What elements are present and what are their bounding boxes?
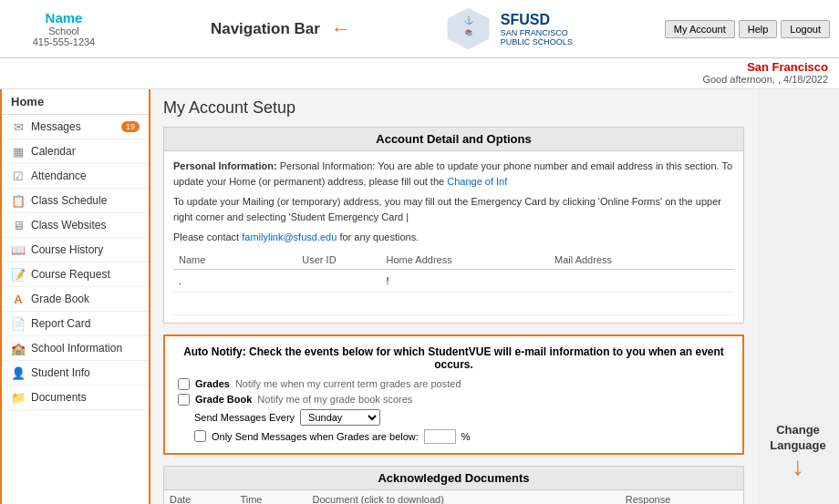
sidebar-item-grade-book[interactable]: A Grade Book <box>2 287 149 312</box>
only-send-row: Only Send Messages when Grades are below… <box>194 429 730 444</box>
class-websites-icon: 🖥 <box>11 218 26 232</box>
only-send-label: Only Send Messages when Grades are below… <box>212 431 419 442</box>
col-home-address: Home Address <box>381 251 550 270</box>
sidebar-item-report-card[interactable]: 📄 Report Card <box>2 312 149 336</box>
user-info: Name School 415-555-1234 <box>9 10 119 47</box>
account-detail-content: Personal Information: Personal Informati… <box>164 151 743 323</box>
account-detail-header: Account Detail and Options <box>164 128 743 151</box>
account-table: Name User ID Home Address Mail Address .… <box>173 251 734 315</box>
change-language-label: ChangeLanguage <box>770 423 825 454</box>
sidebar-item-attendance[interactable]: ☑ Attendance <box>2 164 149 189</box>
greeting-text: Good afternoon, , 4/18/2022 <box>702 74 828 85</box>
nav-bar-arrow: ← <box>331 17 351 41</box>
grades-row: Grades Notify me when my current term gr… <box>178 378 730 390</box>
my-account-button[interactable]: My Account <box>665 20 735 38</box>
info-line1: Personal Information: Personal Informati… <box>173 159 734 189</box>
grade-book-icon: A <box>11 292 26 306</box>
sidebar-item-course-history[interactable]: 📖 Course History <box>2 238 149 262</box>
sidebar-label-class-schedule: Class Schedule <box>31 194 107 207</box>
course-history-icon: 📖 <box>11 242 26 257</box>
grades-label: Grades <box>195 378 230 389</box>
sfusd-subtitle: SAN FRANCISCOPUBLIC SCHOOLS <box>501 28 573 46</box>
top-buttons: My Account Help Logout <box>665 20 830 38</box>
cell-name: . <box>173 269 296 292</box>
student-info-icon: 👤 <box>11 365 26 380</box>
send-frequency-select[interactable]: Sunday Monday Tuesday Wednesday Thursday… <box>300 409 380 426</box>
class-schedule-icon: 📋 <box>11 193 26 208</box>
main-content: My Account Setup Account Detail and Opti… <box>150 89 757 504</box>
sidebar-label-grade-book: Grade Book <box>31 293 89 305</box>
auto-notify-section: Auto Notify: Check the events below for … <box>163 334 744 455</box>
user-phone: 415-555-1234 <box>33 36 96 47</box>
nav-bar-annotation: Navigation Bar ← <box>211 17 351 41</box>
course-request-icon: 📝 <box>11 267 26 282</box>
svg-text:📚: 📚 <box>464 29 471 36</box>
sfusd-name: SFUSD <box>501 12 573 28</box>
sidebar-label-messages: Messages <box>31 120 81 133</box>
notify-header: Auto Notify: Check the events below for … <box>178 345 730 371</box>
gradebook-note: Notify me of my grade book scores <box>257 394 412 405</box>
ack-col-response: Response <box>620 490 743 505</box>
only-send-checkbox[interactable] <box>194 430 206 442</box>
grades-note: Notify me when my current term grades ar… <box>235 378 461 389</box>
attendance-icon: ☑ <box>11 169 26 183</box>
send-messages-label: Send Messages Every <box>194 412 295 423</box>
grades-checkbox[interactable] <box>178 378 190 390</box>
sidebar-label-report-card: Report Card <box>31 317 90 330</box>
sfusd-text: SFUSD SAN FRANCISCOPUBLIC SCHOOLS <box>501 12 573 46</box>
user-name: Name <box>46 10 83 26</box>
email-link[interactable]: familylink@sfusd.edu <box>242 231 337 242</box>
sidebar-item-course-request[interactable]: 📝 Course Request <box>2 262 149 287</box>
sidebar-item-calendar[interactable]: ▦ Calendar <box>2 139 149 164</box>
info-line2: To update your Mailing (or temporary) ad… <box>173 194 734 224</box>
info-line3: Please contact familylink@sfusd.edu for … <box>173 230 734 245</box>
ack-col-document: Document (click to download) <box>307 490 620 505</box>
ack-table: Date Time Document (click to download) R… <box>164 490 743 505</box>
sidebar-label-student-info: Student Info <box>31 366 90 379</box>
main-layout: Home ✉ Messages 19 ▦ Calendar ☑ Attendan… <box>0 89 839 504</box>
col-name: Name <box>173 251 296 270</box>
sidebar-label-course-history: Course History <box>31 243 103 256</box>
ack-documents-header: Acknowledged Documents <box>164 467 743 490</box>
sidebar-label-class-websites: Class Websites <box>31 219 106 231</box>
top-bar: Name School 415-555-1234 Navigation Bar … <box>0 0 839 58</box>
sidebar-item-class-websites[interactable]: 🖥 Class Websites <box>2 213 149 238</box>
school-info-icon: 🏫 <box>11 341 26 355</box>
change-of-info-link[interactable]: Change of Inf <box>447 176 507 187</box>
sidebar-label-calendar: Calendar <box>31 145 76 158</box>
greeting-area: San Francisco Good afternoon, , 4/18/202… <box>702 60 828 85</box>
table-row: . ! <box>173 269 734 292</box>
sidebar-item-school-info[interactable]: 🏫 School Information <box>2 336 149 361</box>
gradebook-checkbox[interactable] <box>178 394 190 406</box>
report-card-icon: 📄 <box>11 316 26 331</box>
messages-icon: ✉ <box>11 119 26 134</box>
col-userid: User ID <box>296 251 380 270</box>
logout-button[interactable]: Logout <box>781 20 830 38</box>
cell-mail-address <box>549 269 734 292</box>
table-row-empty <box>173 292 734 314</box>
school-name: School <box>48 26 79 36</box>
change-language-area: ChangeLanguage ↓ <box>757 89 839 504</box>
sidebar-item-documents[interactable]: 📁 Documents <box>2 386 149 410</box>
send-messages-row: Send Messages Every Sunday Monday Tuesda… <box>194 409 730 426</box>
sidebar-home: Home <box>2 89 149 115</box>
svg-text:⚓: ⚓ <box>463 15 473 26</box>
grade-threshold-input[interactable] <box>424 429 456 444</box>
col-mail-address: Mail Address <box>549 251 734 270</box>
sidebar-label-school-info: School Information <box>31 342 122 355</box>
second-row: San Francisco Good afternoon, , 4/18/202… <box>0 58 839 89</box>
change-language-arrow: ↓ <box>792 454 804 479</box>
sfusd-logo: ⚓ 📚 SFUSD SAN FRANCISCOPUBLIC SCHOOLS <box>443 4 573 54</box>
documents-icon: 📁 <box>11 390 26 405</box>
cell-userid <box>296 269 380 292</box>
sidebar-label-course-request: Course Request <box>31 268 110 281</box>
page-title: My Account Setup <box>163 98 744 118</box>
account-detail-section: Account Detail and Options Personal Info… <box>163 127 744 324</box>
sidebar: Home ✉ Messages 19 ▦ Calendar ☑ Attendan… <box>0 89 150 504</box>
sidebar-item-messages[interactable]: ✉ Messages 19 <box>2 115 149 139</box>
ack-col-date: Date <box>164 490 234 505</box>
help-button[interactable]: Help <box>739 20 778 38</box>
sidebar-item-class-schedule[interactable]: 📋 Class Schedule <box>2 189 149 213</box>
sidebar-label-documents: Documents <box>31 391 87 404</box>
sidebar-item-student-info[interactable]: 👤 Student Info <box>2 361 149 386</box>
